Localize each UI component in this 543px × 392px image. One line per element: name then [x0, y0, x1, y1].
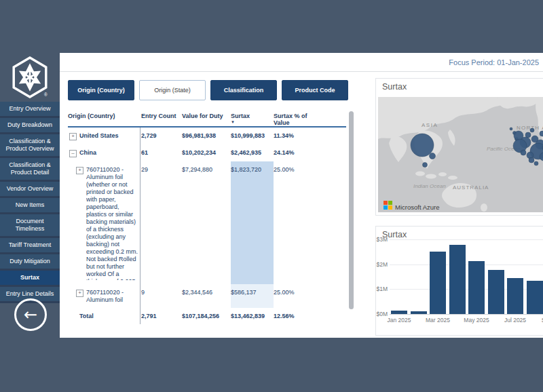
view-tabs: Origin (Country)Origin (State)Classifica…: [68, 80, 348, 100]
column-header-value-for-duty[interactable]: Value for Duty: [182, 110, 231, 128]
column-header-surtax-of-value[interactable]: Surtax % of Value: [274, 110, 324, 128]
cell-entry-count[interactable]: 9: [141, 284, 182, 308]
sort-descending-icon: ▼: [231, 120, 271, 124]
cell-origin: + 7607110020 - Aluminum foil (whether or…: [68, 161, 141, 284]
bar-jun-2025[interactable]: [488, 270, 504, 314]
cell-surtax[interactable]: $2,462,935: [231, 144, 274, 161]
table-scrollbar[interactable]: [349, 111, 354, 309]
map-label-indian-ocean: Indian Ocean: [413, 183, 446, 189]
x-axis-label-may-2025: May 2025: [460, 317, 493, 324]
cell-surtax-pct[interactable]: 12.56%: [274, 308, 324, 325]
column-header-surtax[interactable]: Surtax▼: [231, 110, 274, 128]
column-header-origin-country[interactable]: Origin (Country): [68, 110, 141, 128]
table-row-united-states[interactable]: + United States 2,729 $96,981,938 $10,99…: [68, 128, 324, 144]
ms-logo-yellow-square: [388, 205, 392, 210]
expand-toggle-icon[interactable]: +: [76, 290, 83, 297]
sidebar-item-new-items[interactable]: New Items: [0, 198, 60, 214]
cell-value-for-duty[interactable]: $107,184,256: [182, 308, 231, 325]
cell-surtax-pct[interactable]: 25.00%: [274, 161, 324, 284]
row-label: China: [79, 149, 96, 157]
map-bubble-17[interactable]: [529, 157, 534, 163]
cell-surtax-pct[interactable]: 24.14%: [274, 144, 324, 161]
map-bubble-1[interactable]: [430, 153, 436, 159]
left-arrow-icon: ←: [24, 307, 37, 323]
sidebar-item-surtax[interactable]: Surtax: [0, 271, 60, 287]
back-button[interactable]: ←: [14, 298, 47, 331]
tab-origin-state[interactable]: Origin (State): [139, 80, 206, 100]
table-row-7607110020-aluminu[interactable]: + 7607110020 - Aluminum foil 9 $2,344,54…: [68, 284, 324, 308]
azure-attribution-text: Microsoft Azure: [395, 203, 439, 211]
bar-may-2025[interactable]: [468, 261, 485, 314]
focus-period-label: Focus Period: 01-Jan-2025: [449, 58, 539, 66]
cell-entry-count[interactable]: 2,791: [141, 308, 182, 325]
x-axis-label-mar-2025: Mar 2025: [422, 317, 454, 324]
cell-surtax[interactable]: $10,999,883: [231, 128, 274, 144]
cell-surtax-pct[interactable]: 25.00%: [274, 284, 324, 308]
y-axis-label-2m: $2M: [376, 261, 388, 268]
bar-feb-2025[interactable]: [411, 311, 427, 314]
bar-jul-2025[interactable]: [507, 278, 523, 314]
bar-mar-2025[interactable]: [430, 252, 446, 314]
cell-value-for-duty[interactable]: $96,981,938: [182, 128, 231, 144]
map-bubble-18[interactable]: [534, 161, 538, 165]
registered-mark: ®: [44, 92, 48, 97]
cell-surtax-pct[interactable]: 11.34%: [274, 128, 324, 144]
sidebar-item-classification-product-overview[interactable]: Classification & Product Overview: [0, 134, 60, 158]
expand-toggle-icon[interactable]: +: [69, 133, 77, 140]
map-bubble-2[interactable]: [423, 163, 428, 168]
sidebar-item-duty-mitigation[interactable]: Duty Mitigation: [0, 254, 60, 271]
row-label: 7607110020 - Aluminum foil (whether or n…: [86, 166, 138, 280]
y-axis-label-3m: $3M: [376, 236, 388, 243]
cell-entry-count[interactable]: 29: [141, 161, 182, 284]
column-header-label: Surtax: [231, 113, 250, 119]
x-axis-label-jul-2025: Jul 2025: [499, 317, 531, 324]
map-bubble-13[interactable]: [521, 150, 526, 155]
table-header-row: Origin (Country)Entry CountValue for Dut…: [68, 110, 324, 128]
gridline-3m: [390, 239, 543, 240]
expand-toggle-icon[interactable]: +: [76, 167, 83, 174]
gridline-0m: [390, 314, 543, 315]
tab-origin-country[interactable]: Origin (Country): [68, 80, 134, 100]
cell-entry-count[interactable]: 2,729: [141, 128, 182, 144]
column-header-label: Value for Duty: [182, 113, 223, 119]
cell-origin: – China: [68, 144, 141, 161]
map-bubble-16[interactable]: [525, 132, 531, 138]
table-row-7607110020-aluminu[interactable]: + 7607110020 - Aluminum foil (whether or…: [68, 161, 324, 284]
column-header-label: Entry Count: [141, 113, 176, 119]
sidebar-item-duty-breakdown[interactable]: Duty Breakdown: [0, 118, 60, 134]
table-row-total[interactable]: Total 2,791 $107,184,256 $13,462,839 12.…: [68, 308, 324, 325]
map-bubble-15[interactable]: [530, 128, 534, 132]
sidebar-item-document-timeliness[interactable]: Document Timeliness: [0, 214, 60, 238]
map-bubble-0[interactable]: [411, 134, 434, 157]
map-label-australia: AUSTRALIA: [453, 184, 489, 191]
bar-apr-2025[interactable]: [449, 245, 466, 314]
x-axis-label-sep-2025: Sep 2025: [538, 317, 543, 324]
map-card-title: Surtax: [382, 82, 407, 92]
tab-product-code[interactable]: Product Code: [282, 80, 348, 100]
cell-value-for-duty[interactable]: $2,344,546: [182, 284, 231, 308]
sidebar-nav: Entry OverviewDuty BreakdownClassificati…: [0, 102, 60, 303]
cell-entry-count[interactable]: 61: [141, 144, 182, 161]
cell-surtax[interactable]: $586,137: [231, 284, 274, 308]
table-row-china[interactable]: – China 61 $10,202,234 $2,462,935 24.14%: [68, 144, 324, 161]
cell-surtax[interactable]: $13,462,839: [231, 308, 274, 325]
cell-value-for-duty[interactable]: $10,202,234: [182, 144, 231, 161]
bar-aug-2025[interactable]: [527, 281, 543, 315]
expand-toggle-icon[interactable]: –: [69, 150, 77, 157]
cell-origin: Total: [68, 308, 141, 325]
y-axis-label-1m: $1M: [376, 286, 388, 292]
column-header-label: Origin (Country): [68, 113, 115, 119]
sidebar: ® Entry OverviewDuty BreakdownClassifica…: [0, 0, 60, 392]
bar-jan-2025[interactable]: [391, 311, 407, 314]
sidebar-item-entry-overview[interactable]: Entry Overview: [0, 102, 60, 118]
sidebar-item-vendor-overview[interactable]: Vendor Overview: [0, 182, 60, 198]
map-label-asia: ASIA: [422, 122, 438, 128]
column-header-entry-count[interactable]: Entry Count: [141, 110, 182, 128]
sidebar-item-classification-product-detail[interactable]: Classification & Product Detail: [0, 158, 60, 182]
cell-surtax[interactable]: $1,823,720: [231, 161, 274, 284]
sidebar-item-tariff-treatment[interactable]: Tariff Treatment: [0, 238, 60, 254]
cell-value-for-duty[interactable]: $7,294,880: [182, 161, 231, 284]
tab-classification[interactable]: Classification: [210, 80, 277, 100]
map-bubble-3[interactable]: [510, 128, 512, 130]
x-axis-label-jan-2025: Jan 2025: [383, 317, 415, 324]
